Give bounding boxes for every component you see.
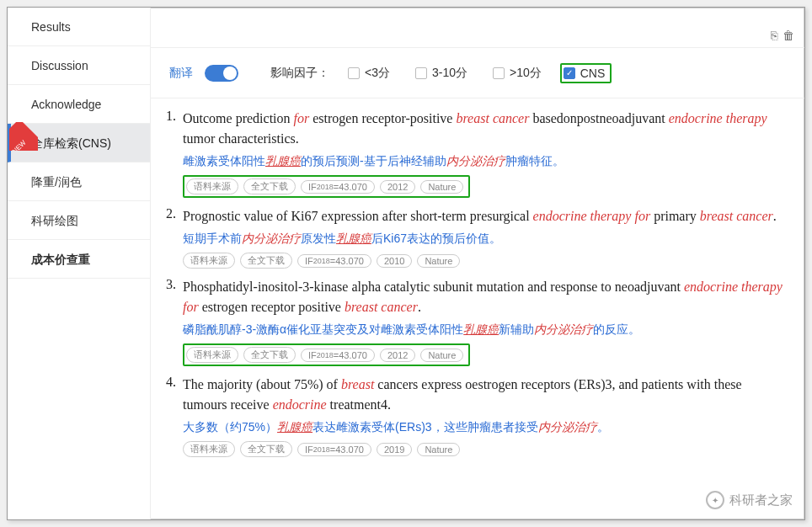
translate-toggle[interactable] (205, 65, 238, 82)
impact-factor-badge[interactable]: IF2018=43.070 (301, 180, 375, 194)
result-number: 1. (158, 109, 183, 198)
result-item: 1.Outcome prediction for estrogen recept… (158, 104, 788, 201)
checkbox-icon (564, 67, 575, 79)
results-list: 1.Outcome prediction for estrogen recept… (151, 98, 804, 519)
filter-lt3-label: <3分 (365, 66, 390, 81)
source-badge[interactable]: 语料来源 (183, 441, 235, 457)
result-item: 2.Prognostic value of Ki67 expression af… (158, 201, 788, 272)
result-badges: 语料来源全文下载IF2018=43.0702019Nature (183, 441, 788, 457)
result-badges: 语料来源全文下载IF2018=43.0702012Nature (183, 343, 470, 366)
source-badge[interactable]: 语料来源 (186, 178, 238, 194)
sidebar: ResultsDiscussionAcknowledge全库检索(CNS)NEW… (8, 8, 151, 519)
year-badge[interactable]: 2012 (380, 349, 415, 362)
fulltext-badge[interactable]: 全文下载 (243, 178, 296, 194)
result-translation: 大多数（约75%）乳腺癌表达雌激素受体(ERs)3，这些肿瘤患者接受内分泌治疗。 (183, 418, 788, 436)
journal-badge[interactable]: Nature (417, 443, 460, 456)
result-number: 4. (158, 375, 183, 457)
impact-factor-badge[interactable]: IF2018=43.070 (297, 254, 371, 268)
sidebar-item-4[interactable]: 降重/润色 (8, 162, 150, 201)
fulltext-badge[interactable]: 全文下载 (243, 347, 296, 363)
result-title[interactable]: Outcome prediction for estrogen receptor… (183, 109, 788, 149)
filter-3-10-label: 3-10分 (432, 66, 467, 81)
fulltext-badge[interactable]: 全文下载 (240, 253, 292, 269)
impact-factor-badge[interactable]: IF2018=43.070 (301, 349, 375, 362)
result-number: 3. (158, 277, 183, 366)
result-badges: 语料来源全文下载IF2018=43.0702010Nature (183, 253, 788, 269)
new-ribbon: NEW (9, 122, 38, 151)
impact-factor-badge[interactable]: IF2018=43.070 (297, 443, 371, 456)
result-badges: 语料来源全文下载IF2018=43.0702012Nature (183, 175, 470, 198)
result-item: 3.Phosphatidyl-inositol-3-kinase alpha c… (158, 272, 788, 370)
result-title[interactable]: Phosphatidyl-inositol-3-kinase alpha cat… (183, 277, 788, 317)
impact-factor-label: 影响因子： (270, 66, 329, 81)
main-panel: ⎘ 🗑 翻译 影响因子： <3分 3-10分 >10分 CNS (151, 8, 804, 519)
result-item: 4.The majority (about 75%) of breast can… (158, 370, 788, 460)
result-body: Outcome prediction for estrogen receptor… (183, 109, 788, 198)
toolbar-icons: ⎘ 🗑 (771, 29, 794, 42)
result-title[interactable]: Prognostic value of Ki67 expression afte… (183, 206, 788, 226)
journal-badge[interactable]: Nature (417, 254, 460, 268)
sidebar-item-5[interactable]: 科研绘图 (8, 201, 150, 240)
result-translation: 短期手术前内分泌治疗原发性乳腺癌后Ki67表达的预后价值。 (183, 230, 788, 248)
year-badge[interactable]: 2012 (380, 180, 415, 194)
copy-icon[interactable]: ⎘ (771, 29, 777, 42)
sidebar-item-1[interactable]: Discussion (8, 46, 150, 85)
filter-row: 翻译 影响因子： <3分 3-10分 >10分 CNS (151, 48, 804, 98)
source-badge[interactable]: 语料来源 (183, 253, 235, 269)
top-blank-bar: ⎘ 🗑 (151, 8, 804, 48)
filter-cns[interactable]: CNS (560, 63, 612, 83)
filter-gt10-label: >10分 (510, 66, 542, 81)
sidebar-item-6[interactable]: 成本价查重 (8, 240, 150, 279)
result-body: The majority (about 75%) of breast cance… (183, 375, 788, 457)
result-body: Phosphatidyl-inositol-3-kinase alpha cat… (183, 277, 788, 366)
sidebar-item-3[interactable]: 全库检索(CNS)NEW (8, 124, 150, 162)
app-frame: ResultsDiscussionAcknowledge全库检索(CNS)NEW… (7, 7, 805, 520)
result-body: Prognostic value of Ki67 expression afte… (183, 206, 788, 269)
fulltext-badge[interactable]: 全文下载 (240, 441, 292, 457)
year-badge[interactable]: 2010 (377, 254, 412, 268)
sidebar-item-2[interactable]: Acknowledge (8, 85, 150, 124)
year-badge[interactable]: 2019 (377, 443, 412, 456)
checkbox-icon (493, 67, 505, 79)
source-badge[interactable]: 语料来源 (186, 347, 238, 363)
checkbox-icon (415, 67, 427, 79)
delete-icon[interactable]: 🗑 (783, 29, 794, 42)
translate-label: 翻译 (169, 66, 193, 81)
result-translation: 磷脂酰肌醇-3-激酶α催化亚基突变及对雌激素受体阳性乳腺癌新辅助内分泌治疗的反应… (183, 321, 788, 338)
filter-lt3[interactable]: <3分 (341, 62, 397, 84)
result-title[interactable]: The majority (about 75%) of breast cance… (183, 375, 788, 415)
journal-badge[interactable]: Nature (420, 180, 463, 194)
checkbox-icon (348, 67, 360, 79)
filter-3-10[interactable]: 3-10分 (409, 62, 474, 84)
sidebar-item-0[interactable]: Results (8, 8, 150, 46)
filter-cns-label: CNS (580, 67, 606, 80)
filter-gt10[interactable]: >10分 (486, 62, 548, 84)
journal-badge[interactable]: Nature (420, 349, 463, 362)
result-translation: 雌激素受体阳性乳腺癌的预后预测-基于后神经辅助内分泌治疗肿瘤特征。 (183, 152, 788, 170)
result-number: 2. (158, 206, 183, 269)
